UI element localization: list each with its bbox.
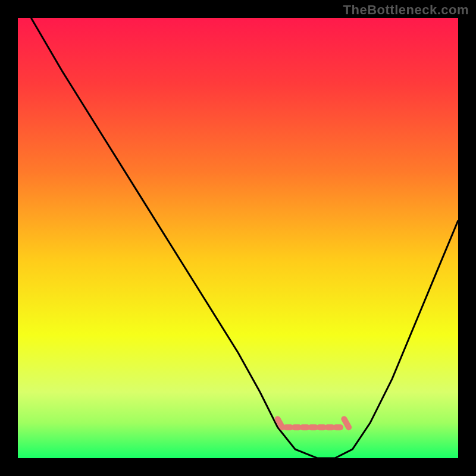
chart-frame: TheBottleneck.com: [0, 0, 476, 476]
watermark-text: TheBottleneck.com: [343, 2, 469, 18]
bottleneck-chart: [0, 0, 476, 476]
plot-background: [18, 18, 458, 458]
